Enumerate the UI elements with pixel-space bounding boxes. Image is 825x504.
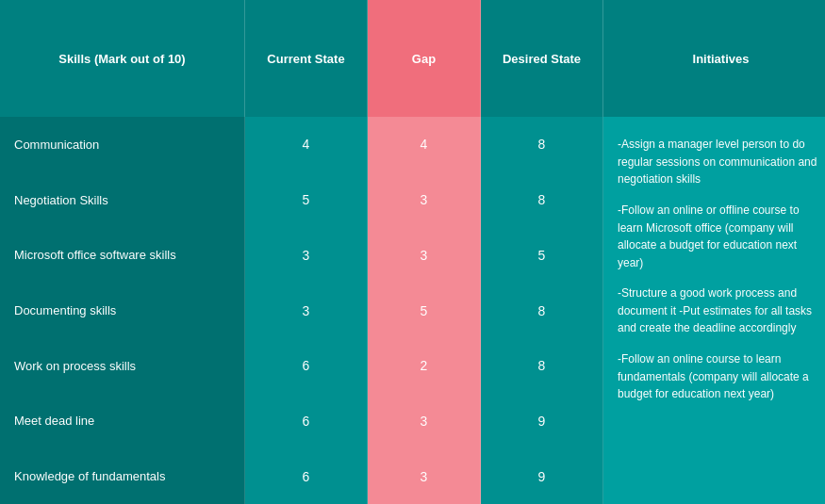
skill-label: Documenting skills	[14, 296, 230, 325]
desired-value: 9	[538, 463, 546, 490]
gap-column: 4335233	[368, 117, 481, 504]
current-value: 6	[303, 463, 310, 490]
initiative-item: -Follow an online course to learn fundam…	[618, 350, 825, 403]
skill-label: Knowledge of fundamentals	[14, 462, 230, 491]
gap-value: 3	[421, 242, 428, 268]
initiative-item: -Follow an online or offline course to l…	[618, 202, 825, 271]
current-value: 5	[303, 187, 310, 213]
desired-value: 9	[538, 408, 546, 434]
gap-value: 3	[421, 187, 428, 213]
initiative-item: -Assign a manager level person to do reg…	[618, 136, 825, 188]
current-value: 3	[303, 298, 310, 324]
desired-value: 8	[538, 131, 546, 157]
current-value: 3	[303, 242, 310, 268]
skill-label: Work on process skills	[14, 351, 230, 381]
skill-label: Meet dead line	[14, 406, 230, 435]
header-initiatives: Initiatives	[603, 0, 825, 117]
gap-value: 2	[421, 352, 428, 379]
table-grid: Skills (Mark out of 10) Current State Ga…	[0, 0, 825, 504]
skill-label: Microsoft office software skills	[14, 240, 230, 269]
desired-value: 8	[538, 352, 546, 379]
current-value: 4	[303, 131, 310, 157]
gap-value: 3	[421, 408, 428, 434]
initiatives-column: -Assign a manager level person to do reg…	[603, 117, 825, 504]
skill-label: Communication	[14, 130, 230, 159]
current-value: 6	[303, 352, 310, 379]
header-current: Current State	[245, 0, 368, 117]
skills-column: CommunicationNegotiation SkillsMicrosoft…	[0, 117, 245, 504]
header-gap: Gap	[368, 0, 481, 117]
desired-value: 5	[538, 242, 546, 268]
current-value: 6	[303, 408, 310, 434]
header-desired: Desired State	[481, 0, 603, 117]
desired-value: 8	[538, 187, 546, 213]
skill-label: Negotiation Skills	[14, 186, 230, 215]
skills-table: Skills (Mark out of 10) Current State Ga…	[0, 0, 825, 504]
gap-value: 4	[421, 131, 428, 157]
desired-column: 8858899	[481, 117, 603, 504]
current-column: 4533666	[245, 117, 368, 504]
initiative-item: -Structure a good work process and docum…	[618, 285, 825, 337]
header-skills: Skills (Mark out of 10)	[0, 0, 245, 117]
gap-value: 3	[421, 463, 428, 490]
gap-value: 5	[421, 298, 428, 324]
desired-value: 8	[538, 298, 546, 324]
